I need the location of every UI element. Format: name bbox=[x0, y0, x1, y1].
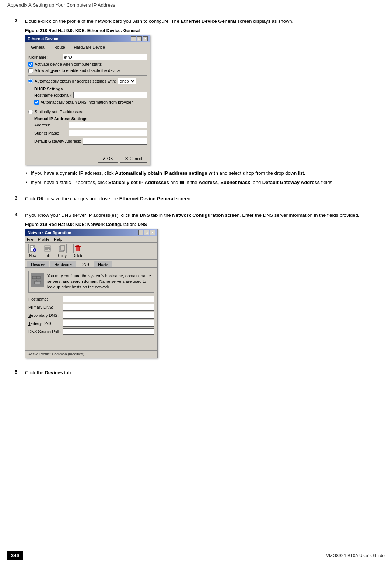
bullet2-bold2: Address bbox=[199, 180, 218, 185]
page-content: 2 Double-click on the profile of the net… bbox=[0, 10, 392, 393]
activate-label: Activate device when computer starts bbox=[35, 62, 102, 66]
titlebar-controls: _ □ ✕ bbox=[131, 36, 148, 41]
address-label: Address: bbox=[34, 123, 67, 127]
tertiary-dns-input[interactable] bbox=[63, 320, 154, 327]
cancel-button[interactable]: ✕ Cancel bbox=[120, 155, 147, 163]
svg-line-19 bbox=[34, 279, 38, 281]
auto-dns-checkbox[interactable] bbox=[34, 100, 39, 105]
subnet-row: Subnet Mask: bbox=[34, 130, 147, 136]
tab-general[interactable]: General bbox=[27, 44, 49, 51]
tab-route[interactable]: Route bbox=[50, 44, 69, 51]
step3-text-start: Click bbox=[25, 196, 37, 201]
address-input[interactable] bbox=[69, 122, 147, 128]
toolbar-edit-btn[interactable]: Edit bbox=[43, 244, 52, 258]
toolbar-delete-btn[interactable]: Delete bbox=[73, 244, 83, 258]
ethernet-title: Ethernet Device bbox=[28, 37, 58, 41]
auto-dns-label: Automatically obtain DNS information fro… bbox=[41, 100, 133, 104]
netconfig-maximize-btn[interactable]: □ bbox=[144, 230, 149, 235]
toolbar-copy-btn[interactable]: Copy bbox=[58, 244, 67, 258]
gateway-label: Default Gateway Address: bbox=[34, 139, 81, 143]
separator1 bbox=[28, 75, 147, 76]
address-row: Address: bbox=[34, 122, 147, 128]
secondary-dns-label: Secondary DNS: bbox=[28, 313, 62, 318]
copy-icon bbox=[58, 244, 67, 253]
step-4-body: If you know your DNS server IP address(e… bbox=[25, 212, 377, 362]
dns-info-box: You may configure the system's hostname,… bbox=[28, 271, 154, 293]
netconfig-hostname-label: Hostname: bbox=[28, 297, 62, 301]
activate-checkbox[interactable] bbox=[28, 62, 33, 67]
checkbox-activate-row: Activate device when computer starts bbox=[28, 62, 147, 67]
bullet2-bold4: Default Gateway Address bbox=[262, 180, 320, 185]
menu-file[interactable]: File bbox=[27, 237, 34, 242]
secondary-dns-input[interactable] bbox=[63, 312, 154, 319]
tab-hardware[interactable]: Hardware bbox=[50, 261, 76, 267]
dns-info-text: You may configure the system's hostname,… bbox=[47, 273, 152, 290]
static-ip-radio[interactable] bbox=[28, 110, 33, 114]
step3-text-end2: screen. bbox=[175, 196, 192, 201]
netconfig-hostname-row: Hostname: bbox=[28, 296, 154, 302]
static-ip-row: Statically set IP addresses: bbox=[28, 110, 147, 114]
bullet2: If you have a static IP address, click S… bbox=[25, 179, 377, 186]
step4-text-end2: screen. Enter the DNS server information… bbox=[224, 212, 359, 218]
tab-devices[interactable]: Devices bbox=[27, 261, 49, 267]
gateway-input[interactable] bbox=[83, 138, 147, 145]
nickname-input[interactable] bbox=[63, 54, 147, 60]
step-2-text: Double-click on the profile of the netwo… bbox=[25, 18, 377, 25]
tab-hardware-device[interactable]: Hardware Device bbox=[70, 44, 109, 51]
step-3-text: Click OK to save the changes and close t… bbox=[25, 195, 377, 202]
step-5-body: Click the Devices tab. bbox=[25, 369, 377, 379]
menu-help[interactable]: Help bbox=[54, 237, 62, 242]
maximize-btn[interactable]: □ bbox=[137, 36, 142, 41]
network-config-window: Network Configuration _ □ ✕ File Profile… bbox=[25, 229, 158, 358]
auto-ip-label: Automatically obtain IP address settings… bbox=[35, 79, 116, 83]
delete-btn-label: Delete bbox=[73, 254, 83, 258]
bullet1-text-start: If you have a dynamic IP address, click bbox=[31, 170, 115, 176]
ethernet-device-window: Ethernet Device _ □ ✕ General Route Hard… bbox=[25, 35, 150, 165]
step-5-number: 5 bbox=[15, 369, 21, 379]
dns-search-row: DNS Search Path: bbox=[28, 328, 154, 335]
ok-button[interactable]: ✔ OK bbox=[98, 155, 118, 163]
step4-text-end: tab in the bbox=[150, 212, 172, 218]
gateway-row: Default Gateway Address: bbox=[34, 138, 147, 145]
bullet1-text-end2: from the drop down list. bbox=[254, 170, 305, 176]
subnet-input[interactable] bbox=[69, 130, 147, 136]
tab-hosts[interactable]: Hosts bbox=[94, 261, 112, 267]
step2-bold1: Ethernet Device General bbox=[181, 18, 236, 24]
primary-dns-input[interactable] bbox=[63, 304, 154, 311]
toolbar-new-btn[interactable]: + New bbox=[28, 244, 37, 258]
netconfig-minimize-btn[interactable]: _ bbox=[138, 230, 143, 235]
dhcp-select[interactable]: dhcp bbox=[118, 78, 136, 84]
menu-profile[interactable]: Profile bbox=[38, 237, 49, 242]
bullet2-text-end4: fields. bbox=[320, 180, 334, 185]
netconfig-close-btn[interactable]: ✕ bbox=[150, 230, 155, 235]
close-btn[interactable]: ✕ bbox=[143, 36, 148, 41]
hostname-optional-row: Hostname (optional): bbox=[34, 92, 147, 98]
netconfig-title: Network Configuration bbox=[28, 230, 71, 235]
netconfig-hostname-input[interactable] bbox=[63, 296, 154, 302]
separator2 bbox=[28, 107, 147, 107]
step-4-number: 4 bbox=[15, 212, 21, 362]
auto-ip-row: Automatically obtain IP address settings… bbox=[28, 78, 147, 84]
step2-text-start: Double-click on the profile of the netwo… bbox=[25, 18, 181, 24]
step3-text-end: to save the changes and close the bbox=[44, 196, 119, 201]
tab-dns[interactable]: DNS bbox=[77, 261, 93, 267]
svg-rect-12 bbox=[60, 246, 65, 250]
step5-text-start: Click the bbox=[25, 370, 45, 375]
new-icon: + bbox=[28, 244, 37, 253]
step-3-number: 3 bbox=[15, 195, 21, 205]
step4-text-start: If you know your DNS server IP address(e… bbox=[25, 212, 140, 218]
auto-ip-radio[interactable] bbox=[28, 79, 33, 83]
dhcp-section: DHCP Settings Hostname (optional): Autom… bbox=[34, 87, 147, 105]
hostname-optional-input[interactable] bbox=[73, 92, 147, 98]
minimize-btn[interactable]: _ bbox=[131, 36, 136, 41]
bullet1: If you have a dynamic IP address, click … bbox=[25, 170, 377, 177]
step-3-block: 3 Click OK to save the changes and close… bbox=[15, 195, 377, 205]
allow-checkbox[interactable] bbox=[28, 68, 33, 73]
svg-rect-16 bbox=[32, 276, 36, 279]
subnet-label: Subnet Mask: bbox=[34, 131, 67, 135]
netconfig-status-bar: Active Profile: Common (modified) bbox=[25, 350, 157, 358]
step-5-text: Click the Devices tab. bbox=[25, 369, 377, 377]
svg-rect-17 bbox=[36, 276, 40, 279]
dns-search-input[interactable] bbox=[63, 328, 154, 335]
step-2-block: 2 Double-click on the profile of the net… bbox=[15, 18, 377, 188]
